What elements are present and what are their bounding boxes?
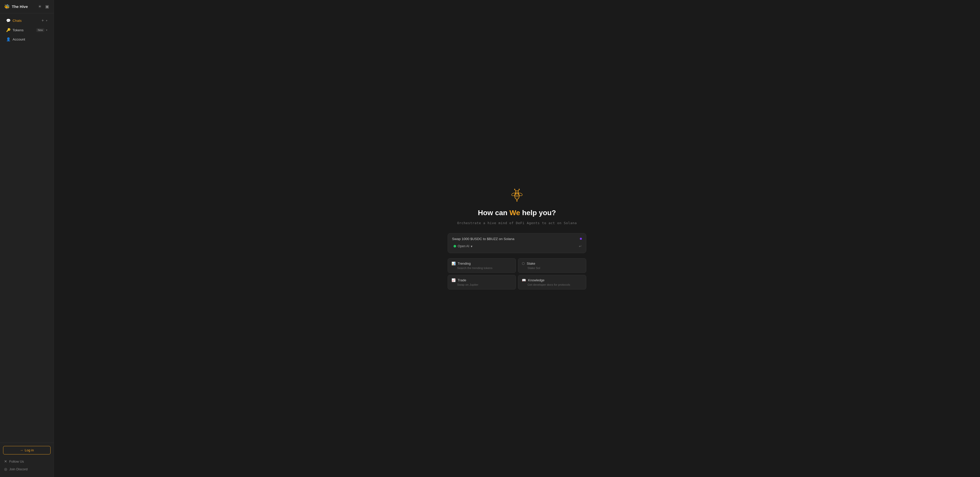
chat-footer-row: Open AI ▾ ↵: [452, 243, 582, 249]
trade-title: Trade: [458, 278, 466, 282]
sidebar-nav: 💬 Chats + ▾ 🔑 Tokens New ▾ 👤 Account: [0, 13, 54, 443]
action-card-trade[interactable]: 📈 Trade Swap on Jupiter: [448, 275, 516, 290]
trade-desc: Swap on Jupiter: [452, 283, 512, 286]
trending-desc: Search the trending tokens: [452, 266, 512, 269]
stake-icon: ⬡: [522, 261, 525, 265]
trending-icon: 📊: [452, 261, 456, 265]
tokens-new-badge: New: [36, 28, 45, 32]
trade-card-header: 📈 Trade: [452, 278, 512, 282]
tokens-chevron-icon: ▾: [46, 29, 48, 32]
hero-subtitle: Orchestrate a hive mind of DeFi Agents t…: [457, 221, 577, 225]
nav-item-tokens-left: 🔑 Tokens: [6, 28, 24, 32]
login-arrow-icon: →: [20, 448, 23, 452]
action-card-knowledge[interactable]: 📖 Knowledge Get developer docs for proto…: [518, 275, 586, 290]
knowledge-icon: 📖: [522, 278, 526, 282]
account-label: Account: [13, 38, 25, 41]
hero-section: How can We help you? Orchestrate a hive …: [457, 188, 577, 225]
chats-chevron-icon: ▾: [46, 19, 48, 22]
chats-label: Chats: [13, 19, 22, 22]
nav-item-account-left: 👤 Account: [6, 37, 25, 41]
svg-point-7: [518, 192, 523, 196]
layout-button[interactable]: ▣: [45, 3, 49, 10]
hero-title-prefix: How can: [478, 209, 509, 217]
svg-point-6: [511, 192, 516, 196]
ai-online-dot: [453, 245, 456, 247]
action-card-trending[interactable]: 📊 Trending Search the trending tokens: [448, 258, 516, 273]
sidebar: 🐝 The Hive ☀ ▣ 💬 Chats + ▾: [0, 0, 54, 477]
input-status-dot: [580, 238, 582, 240]
settings-button[interactable]: ☀: [38, 3, 42, 10]
tokens-actions: New ▾: [36, 28, 48, 32]
chats-icon: 💬: [6, 19, 11, 22]
trade-icon: 📈: [452, 278, 456, 282]
ai-chevron-icon: ▾: [471, 244, 473, 248]
submit-button[interactable]: ↵: [579, 244, 582, 248]
settings-icon: ☀: [38, 4, 41, 9]
trending-card-header: 📊 Trending: [452, 261, 512, 265]
stake-card-header: ⬡ Stake: [522, 261, 582, 265]
hero-bee-logo: [509, 188, 524, 204]
join-discord-label: Join Discord: [9, 467, 28, 471]
stake-title: Stake: [527, 261, 535, 265]
ai-selector-button[interactable]: Open AI ▾: [452, 243, 474, 249]
stake-desc: Stake Sol: [522, 266, 582, 269]
brand-bee-icon: 🐝: [4, 4, 10, 10]
tokens-icon: 🔑: [6, 28, 11, 32]
hero-title-suffix: help you?: [520, 209, 556, 217]
nav-item-chats-left: 💬 Chats: [6, 19, 22, 22]
tokens-label: Tokens: [13, 28, 24, 32]
login-label: Log in: [25, 448, 33, 452]
svg-marker-11: [516, 201, 518, 202]
svg-line-2: [515, 190, 516, 191]
sidebar-item-chats[interactable]: 💬 Chats + ▾: [2, 16, 52, 25]
hero-title: How can We help you?: [478, 209, 556, 217]
ai-selector-label: Open AI: [458, 244, 469, 248]
brand: 🐝 The Hive: [4, 4, 28, 10]
follow-us-label: Follow Us: [9, 460, 24, 463]
chat-input-row: [452, 237, 582, 241]
sidebar-header: 🐝 The Hive ☀ ▣: [0, 0, 54, 13]
brand-title: The Hive: [12, 4, 28, 9]
chat-input-container: Open AI ▾ ↵: [448, 233, 586, 253]
bee-svg: [509, 188, 524, 203]
svg-point-5: [519, 189, 520, 190]
knowledge-desc: Get developer docs for protocols: [522, 283, 582, 286]
sidebar-item-tokens[interactable]: 🔑 Tokens New ▾: [2, 25, 52, 34]
sidebar-item-account[interactable]: 👤 Account: [2, 35, 52, 44]
discord-icon: ◎: [4, 467, 7, 471]
hero-title-highlight: We: [509, 209, 520, 217]
layout-icon: ▣: [45, 4, 49, 9]
join-discord-link[interactable]: ◎ Join Discord: [3, 465, 51, 473]
chat-input[interactable]: [452, 237, 580, 241]
login-button[interactable]: → Log in: [3, 446, 51, 455]
quick-actions-grid: 📊 Trending Search the trending tokens ⬡ …: [448, 258, 586, 290]
sidebar-footer: → Log in ✕ Follow Us ◎ Join Discord: [0, 443, 54, 477]
chats-actions: + ▾: [41, 18, 48, 23]
svg-line-4: [518, 190, 519, 191]
knowledge-title: Knowledge: [528, 278, 544, 282]
follow-us-link[interactable]: ✕ Follow Us: [3, 458, 51, 465]
action-card-stake[interactable]: ⬡ Stake Stake Sol: [518, 258, 586, 273]
new-chat-button[interactable]: +: [41, 18, 45, 23]
x-icon: ✕: [4, 459, 7, 463]
trending-title: Trending: [458, 261, 471, 265]
svg-point-3: [514, 189, 515, 190]
account-icon: 👤: [6, 37, 11, 41]
knowledge-card-header: 📖 Knowledge: [522, 278, 582, 282]
main-content: How can We help you? Orchestrate a hive …: [54, 0, 980, 477]
header-actions: ☀ ▣: [38, 3, 49, 10]
